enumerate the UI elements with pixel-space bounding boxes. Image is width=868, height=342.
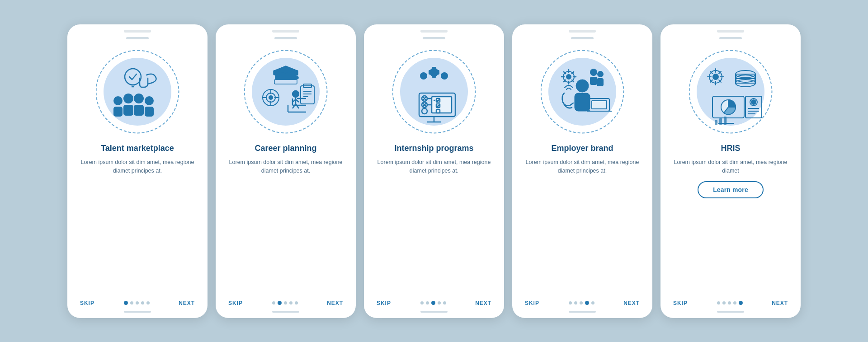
dots-2 (272, 301, 298, 305)
svg-rect-13 (274, 80, 297, 84)
illustration-internship (389, 47, 479, 137)
svg-point-59 (566, 75, 571, 79)
card-desc-5: Lorem ipsum dolor sit dim amet, mea regi… (671, 158, 790, 175)
card-talent-marketplace: Talent marketplace Lorem ipsum dolor sit… (67, 24, 208, 318)
phone-notch-4 (571, 37, 594, 39)
svg-rect-87 (719, 118, 722, 125)
phone-notch-3 (423, 37, 445, 39)
next-button-3[interactable]: NEXT (475, 300, 491, 306)
phone-bottom-bar-4 (569, 311, 596, 313)
dot-5 (146, 301, 150, 305)
svg-rect-88 (724, 117, 726, 125)
svg-point-4 (134, 94, 144, 103)
dot-5 (591, 301, 594, 305)
dot-1 (717, 301, 720, 305)
phone-top-bar-1 (67, 33, 208, 42)
next-button-2[interactable]: NEXT (327, 300, 343, 306)
dots-5 (717, 301, 743, 305)
dot-2 (574, 301, 577, 305)
illustration-talent (92, 47, 183, 137)
card-nav-1: SKIP NEXT (67, 296, 208, 311)
dot-1 (272, 301, 275, 305)
card-employer-brand: Employer brand Lorem ipsum dolor sit dim… (512, 24, 652, 318)
svg-rect-7 (145, 107, 154, 117)
svg-point-64 (576, 80, 589, 92)
svg-point-42 (441, 72, 448, 80)
svg-rect-5 (134, 105, 144, 116)
card-title-4: Employer brand (551, 143, 613, 154)
dot-4 (289, 301, 292, 305)
phone-notch-2 (274, 37, 297, 39)
phone-top-bar-5 (660, 33, 801, 42)
phone-bottom-bar-3 (420, 311, 448, 313)
dot-active (431, 301, 435, 305)
dot-2 (130, 301, 133, 305)
next-button-1[interactable]: NEXT (179, 300, 195, 306)
dots-1 (124, 301, 150, 305)
svg-point-60 (590, 69, 597, 76)
career-planning-icon (247, 53, 324, 130)
svg-point-8 (125, 69, 141, 85)
card-nav-4: SKIP NEXT (512, 296, 652, 311)
phone-bottom-bar-2 (272, 311, 299, 313)
svg-rect-29 (301, 86, 314, 104)
card-nav-2: SKIP NEXT (216, 296, 356, 311)
phone-top-bar-3 (364, 33, 504, 42)
next-button-5[interactable]: NEXT (772, 300, 788, 306)
dot-3 (580, 301, 583, 305)
skip-button-2[interactable]: SKIP (228, 300, 243, 306)
dot-2 (426, 301, 429, 305)
cards-container: Talent marketplace Lorem ipsum dolor sit… (49, 11, 819, 332)
svg-point-16 (296, 76, 298, 79)
svg-point-61 (597, 71, 604, 77)
dot-3 (284, 301, 287, 305)
card-hris: HRIS Lorem ipsum dolor sit dim amet, mea… (660, 24, 801, 318)
hris-icon (692, 53, 769, 130)
svg-rect-68 (592, 101, 607, 109)
dot-5 (295, 301, 298, 305)
card-nav-3: SKIP NEXT (364, 296, 504, 311)
dot-4 (733, 301, 736, 305)
dot-1 (420, 301, 424, 305)
svg-rect-1 (113, 107, 123, 117)
svg-rect-63 (597, 78, 604, 86)
svg-point-6 (145, 96, 154, 105)
skip-button-4[interactable]: SKIP (525, 300, 539, 306)
dots-4 (569, 301, 594, 305)
skip-button-5[interactable]: SKIP (673, 300, 688, 306)
card-title-2: Career planning (255, 143, 316, 154)
dot-active (585, 301, 589, 305)
svg-point-0 (113, 96, 123, 105)
dot-5 (443, 301, 446, 305)
learn-more-button[interactable]: Learn more (698, 181, 764, 198)
dot-active (124, 301, 128, 305)
illustration-employer (537, 47, 627, 137)
skip-button-1[interactable]: SKIP (80, 300, 94, 306)
svg-point-55 (422, 108, 427, 114)
svg-line-37 (296, 104, 299, 108)
svg-rect-12 (275, 75, 296, 80)
svg-rect-86 (715, 120, 717, 125)
svg-point-75 (713, 74, 718, 80)
card-title-1: Talent marketplace (101, 143, 174, 154)
svg-point-85 (751, 100, 756, 104)
phone-bottom-bar-1 (124, 311, 151, 313)
svg-rect-65 (575, 93, 590, 111)
card-desc-1: Lorem ipsum dolor sit dim amet, mea regi… (78, 158, 197, 175)
card-desc-2: Lorem ipsum dolor sit dim amet, mea regi… (226, 158, 345, 175)
skip-button-3[interactable]: SKIP (377, 300, 391, 306)
illustration-hris (685, 47, 776, 137)
next-button-4[interactable]: NEXT (623, 300, 640, 306)
svg-rect-3 (123, 105, 133, 116)
card-career-planning: Career planning Lorem ipsum dolor sit di… (216, 24, 356, 318)
dot-4 (141, 301, 144, 305)
card-nav-5: SKIP NEXT (660, 296, 801, 311)
phone-notch-5 (719, 37, 742, 39)
illustration-career (241, 47, 331, 137)
phone-bottom-bar-5 (717, 311, 744, 313)
phone-top-bar-2 (216, 33, 356, 42)
card-desc-3: Lorem ipsum dolor sit dim amet, mea regi… (375, 158, 493, 175)
dots-3 (420, 301, 446, 305)
card-desc-4: Lorem ipsum dolor sit dim amet, mea regi… (523, 158, 642, 175)
phone-notch-1 (126, 37, 149, 39)
